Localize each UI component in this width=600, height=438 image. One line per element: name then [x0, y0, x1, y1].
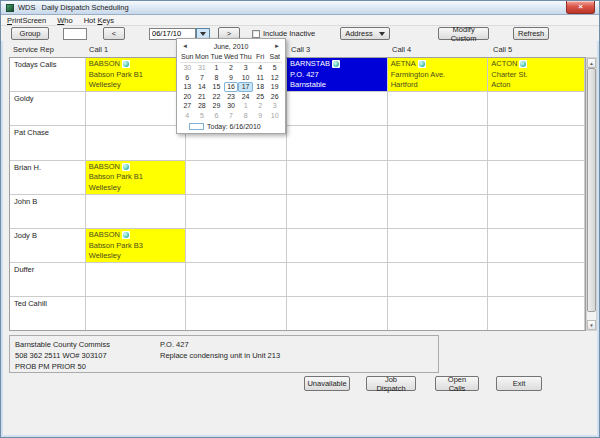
- calendar-today-box-icon[interactable]: [189, 123, 204, 130]
- call-cell[interactable]: AETNAFarmington Ave.Hartford: [388, 58, 489, 91]
- calendar-day[interactable]: 9: [253, 111, 268, 121]
- call-cell[interactable]: [287, 263, 388, 296]
- menu-hot-keys[interactable]: Hot Keys: [84, 16, 114, 25]
- calendar-day[interactable]: 7: [224, 111, 239, 121]
- call-cell[interactable]: ACTONCharter St.Acton: [488, 58, 585, 91]
- calendar-day[interactable]: 10: [267, 111, 282, 121]
- calendar-day[interactable]: 30: [180, 63, 195, 73]
- calendar-day[interactable]: 16: [224, 82, 239, 92]
- checkbox-box-icon[interactable]: [252, 30, 260, 38]
- calendar-day[interactable]: 13: [180, 82, 195, 92]
- modify-custom-button[interactable]: Modify Custom: [438, 27, 489, 40]
- call-cell[interactable]: [86, 195, 187, 228]
- refresh-button[interactable]: Refresh: [513, 27, 549, 40]
- calendar-day[interactable]: 26: [267, 92, 282, 102]
- scroll-down-icon[interactable]: ▼: [587, 320, 596, 330]
- calendar-day[interactable]: 25: [253, 92, 268, 102]
- calendar-day[interactable]: 17: [238, 82, 253, 92]
- call-cell[interactable]: BABSONBabson Park B3Wellesley: [86, 229, 187, 262]
- exit-button[interactable]: Exit: [496, 376, 542, 391]
- calendar-day[interactable]: 29: [209, 101, 224, 111]
- prev-date-button[interactable]: <: [103, 27, 125, 40]
- calendar-day[interactable]: 21: [195, 92, 210, 102]
- call-cell[interactable]: [287, 161, 388, 194]
- call-cell[interactable]: [488, 195, 585, 228]
- calendar-day[interactable]: 14: [195, 82, 210, 92]
- calendar-day[interactable]: 11: [253, 73, 268, 83]
- calendar-day[interactable]: 24: [238, 92, 253, 102]
- calendar-day[interactable]: 6: [209, 111, 224, 121]
- calendar-day[interactable]: 27: [180, 101, 195, 111]
- calendar-day[interactable]: 8: [209, 73, 224, 83]
- calendar-day[interactable]: 3: [267, 101, 282, 111]
- calendar-day[interactable]: 9: [224, 73, 239, 83]
- group-button[interactable]: Group: [11, 27, 49, 40]
- call-cell[interactable]: [86, 297, 187, 330]
- call-cell[interactable]: [287, 126, 388, 159]
- call-cell[interactable]: [388, 195, 489, 228]
- calendar-day[interactable]: 1: [209, 63, 224, 73]
- calendar-today-label[interactable]: Today: 6/16/2010: [207, 123, 261, 130]
- calendar-day[interactable]: 1: [238, 101, 253, 111]
- unavailable-button[interactable]: Unavailable: [304, 376, 350, 391]
- calendar-day[interactable]: 2: [224, 63, 239, 73]
- calendar-day[interactable]: 22: [209, 92, 224, 102]
- calendar-day[interactable]: 3: [238, 63, 253, 73]
- calendar-day[interactable]: 20: [180, 92, 195, 102]
- scrollbar-thumb[interactable]: [587, 68, 596, 312]
- call-cell[interactable]: [388, 126, 489, 159]
- menu-printscreen[interactable]: PrintScreen: [7, 16, 46, 25]
- calendar-day[interactable]: 5: [267, 63, 282, 73]
- calendar-day[interactable]: 5: [195, 111, 210, 121]
- call-cell[interactable]: [388, 263, 489, 296]
- call-cell[interactable]: [186, 297, 287, 330]
- call-cell[interactable]: [186, 263, 287, 296]
- call-cell[interactable]: BABSONBabson Park B1Wellesley: [86, 161, 187, 194]
- call-cell[interactable]: [488, 126, 585, 159]
- call-cell[interactable]: [388, 161, 489, 194]
- call-cell[interactable]: [287, 229, 388, 262]
- calendar-day[interactable]: 2: [253, 101, 268, 111]
- calendar-day[interactable]: 19: [267, 82, 282, 92]
- group-input[interactable]: [63, 28, 87, 40]
- menu-who[interactable]: Who: [57, 16, 72, 25]
- call-cell[interactable]: [488, 263, 585, 296]
- call-cell[interactable]: [186, 161, 287, 194]
- call-cell[interactable]: [287, 92, 388, 125]
- call-cell[interactable]: [488, 161, 585, 194]
- vertical-scrollbar[interactable]: ▲ ▼: [586, 57, 597, 331]
- call-cell[interactable]: [287, 297, 388, 330]
- call-cell[interactable]: [488, 297, 585, 330]
- scroll-up-icon[interactable]: ▲: [587, 58, 596, 68]
- calendar-day[interactable]: 23: [224, 92, 239, 102]
- job-dispatch-button[interactable]: Job Dispatch: [366, 376, 416, 391]
- calendar-day[interactable]: 8: [238, 111, 253, 121]
- calendar-day[interactable]: 18: [253, 82, 268, 92]
- address-dropdown[interactable]: Address: [340, 27, 390, 40]
- calendar-day[interactable]: 4: [180, 111, 195, 121]
- call-cell[interactable]: [186, 229, 287, 262]
- calendar-prev-icon[interactable]: ◄: [180, 40, 190, 52]
- call-cell[interactable]: [388, 92, 489, 125]
- call-cell[interactable]: [86, 92, 187, 125]
- call-cell[interactable]: BABSONBabson Park B1Wellesley: [86, 58, 187, 91]
- call-cell[interactable]: BARNSTABP.O. 427Barnstable: [287, 58, 388, 91]
- calendar-day[interactable]: 7: [195, 73, 210, 83]
- calendar-day[interactable]: 12: [267, 73, 282, 83]
- call-cell[interactable]: [86, 263, 187, 296]
- calendar-day[interactable]: 4: [253, 63, 268, 73]
- calendar-day[interactable]: 6: [180, 73, 195, 83]
- calendar-next-icon[interactable]: ►: [272, 40, 282, 52]
- call-cell[interactable]: [388, 229, 489, 262]
- call-cell[interactable]: [388, 297, 489, 330]
- call-cell[interactable]: [86, 126, 187, 159]
- close-button[interactable]: ×: [566, 1, 595, 14]
- calendar-day[interactable]: 15: [209, 82, 224, 92]
- call-cell[interactable]: [186, 195, 287, 228]
- calendar-day[interactable]: 30: [224, 101, 239, 111]
- call-cell[interactable]: [287, 195, 388, 228]
- include-inactive-checkbox[interactable]: Include Inactive: [252, 29, 315, 38]
- call-cell[interactable]: [488, 92, 585, 125]
- call-cell[interactable]: [488, 229, 585, 262]
- calendar-day[interactable]: 31: [195, 63, 210, 73]
